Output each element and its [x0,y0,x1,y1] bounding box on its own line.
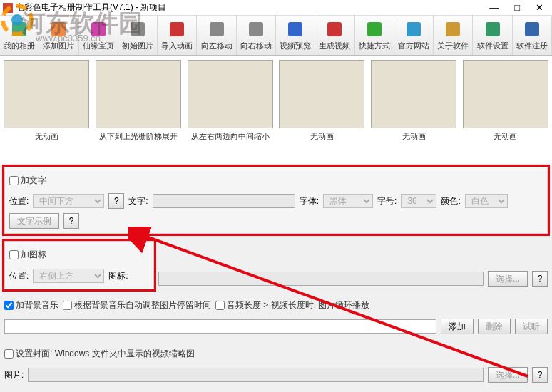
thumbnail-item[interactable]: 无动画 [370,60,458,160]
arrow-left-icon [207,19,227,39]
svg-rect-15 [525,22,539,36]
thumbnail-item[interactable]: 无动画 [3,60,91,160]
text-example-button[interactable]: 文字示例 [9,213,59,229]
bgm-section: 加背景音乐 根据背景音乐自动调整图片停留时间 音频长度 > 视频长度时, 图片循… [4,296,548,335]
svg-rect-13 [446,22,460,36]
add-bgm-button[interactable]: 添加 [441,319,474,334]
select-cover-button[interactable]: 选择... [488,367,528,383]
thumbnail-image [4,60,89,128]
loop-checkbox[interactable]: 音频长度 > 视频长度时, 图片循环播放 [215,299,369,311]
help-button[interactable]: ? [63,213,79,229]
icon-label: 图标: [108,270,128,282]
thumbnail-caption: 无动画 [35,131,58,142]
size-select[interactable]: 36 [401,194,436,208]
svg-rect-6 [170,22,184,36]
toolbar-website-icon[interactable]: 官方网站 [394,16,434,55]
thumbnail-item[interactable]: 无动画 [461,60,549,160]
icon-position-select[interactable]: 右侧上方 [33,269,104,283]
toolbar-arrow-left-icon[interactable]: 向左移动 [197,16,236,55]
toolbar-init-icon[interactable]: 初始图片 [118,16,158,55]
init-icon [128,19,148,39]
thumbnail-item[interactable]: 从左右两边向中间缩小 [186,60,274,160]
add-icon-checkbox[interactable]: 加图标 [9,249,46,261]
shortcut-icon [364,19,384,39]
help-button[interactable]: ? [108,193,124,209]
toolbar-arrow-right-icon[interactable]: 向右移动 [237,16,276,55]
add-icon-section: 加图标 位置: 右侧上方 图标: [4,241,154,289]
add-text-section: 加文字 位置: 中间下方 ? 文字: 字体: 黑体 字号: 36 颜色: 白色 … [4,167,548,234]
toolbar-register-icon[interactable]: 软件注册 [513,16,552,55]
generate-icon [324,19,344,39]
thumbnail-strip: 无动画从下到上光栅阶梯展开从左右两边向中间缩小无动画无动画无动画 [0,56,552,164]
watermark-logo [0,3,34,37]
watermark-url: www.pc0359.cn [36,33,101,43]
color-label: 颜色: [441,195,460,207]
cover-section: 设置封面: Windows 文件夹中显示的视频缩略图 图片: 选择... ? [4,345,548,383]
svg-rect-8 [249,22,263,36]
about-icon [443,19,463,39]
position-label: 位置: [9,270,29,282]
preview-icon [285,19,305,39]
add-text-checkbox[interactable]: 加文字 [9,175,46,187]
thumbnail-image [463,60,548,128]
website-icon [404,19,424,39]
thumbnail-caption: 无动画 [494,131,517,142]
svg-rect-10 [327,22,342,36]
position-label: 位置: [9,195,29,207]
color-select[interactable]: 白色 [465,194,508,208]
cover-img-label: 图片: [4,369,24,381]
close-button[interactable]: ✕ [536,2,543,13]
svg-rect-14 [486,22,500,36]
autofit-checkbox[interactable]: 根据背景音乐自动调整图片停留时间 [63,299,211,311]
test-bgm-button[interactable]: 试听 [515,319,548,334]
thumbnail-caption: 无动画 [310,131,334,142]
thumbnail-caption: 从左右两边向中间缩小 [191,131,270,142]
maximize-button[interactable]: □ [514,2,520,13]
toolbar-about-icon[interactable]: 关于软件 [434,16,473,55]
thumbnail-item[interactable]: 从下到上光栅阶梯展开 [95,60,183,160]
del-bgm-button[interactable]: 删除 [478,319,511,334]
bgm-path-input[interactable] [4,319,436,334]
window-title: 七彩色电子相册制作工具(V7.1) - 新项目 [16,1,166,14]
bgm-checkbox[interactable]: 加背景音乐 [4,299,58,311]
thumbnail-image [96,60,181,128]
cover-path-input[interactable] [28,368,484,382]
text-input[interactable] [153,194,295,208]
svg-rect-7 [210,22,224,36]
svg-rect-11 [367,22,382,36]
help-button[interactable]: ? [532,271,548,287]
thumbnail-caption: 从下到上光栅阶梯展开 [99,131,178,142]
svg-rect-5 [131,22,145,36]
toolbar-generate-icon[interactable]: 生成视频 [315,16,354,55]
text-label: 文字: [128,195,148,207]
toolbar-settings-icon[interactable]: 软件设置 [473,16,512,55]
font-select[interactable]: 黑体 [323,194,373,208]
thumbnail-image [371,60,456,128]
title-bar: 七彩色电子相册制作工具(V7.1) - 新项目 — □ ✕ [0,0,552,16]
text-position-select[interactable]: 中间下方 [33,194,104,208]
svg-point-1 [11,14,23,26]
help-button[interactable]: ? [532,367,548,383]
toolbar-import-icon[interactable]: 导入动画 [158,16,197,55]
thumbnail-caption: 无动画 [402,131,426,142]
settings-icon [483,19,503,39]
register-icon [522,19,542,39]
toolbar-shortcut-icon[interactable]: 快捷方式 [355,16,394,55]
arrow-right-icon [246,19,266,39]
size-label: 字号: [377,195,397,207]
font-label: 字体: [300,195,319,207]
thumbnail-image [279,60,364,128]
thumbnail-image [188,60,273,128]
select-icon-button[interactable]: 选择... [488,271,528,287]
cover-checkbox[interactable]: 设置封面: Windows 文件夹中显示的视频缩略图 [4,348,195,360]
import-icon [167,19,187,39]
minimize-button[interactable]: — [489,2,499,13]
thumbnail-item[interactable]: 无动画 [278,60,366,160]
svg-rect-9 [288,22,302,36]
icon-path-input[interactable] [158,272,484,286]
svg-rect-12 [407,22,421,36]
toolbar-preview-icon[interactable]: 视频预览 [276,16,315,55]
